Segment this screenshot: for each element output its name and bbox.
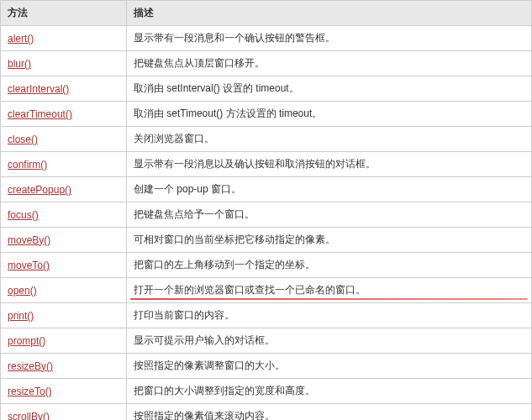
method-cell: confirm() <box>1 152 127 177</box>
method-link[interactable]: alert() <box>8 33 34 45</box>
method-link[interactable]: clearTimeout() <box>8 108 72 120</box>
table-row: confirm()显示带有一段消息以及确认按钮和取消按钮的对话框。 <box>1 152 532 177</box>
method-link[interactable]: resizeBy() <box>8 360 53 372</box>
description-cell: 显示带有一段消息以及确认按钮和取消按钮的对话框。 <box>127 152 532 177</box>
method-link[interactable]: scrollBy() <box>8 411 50 421</box>
table-row: resizeTo()把窗口的大小调整到指定的宽度和高度。 <box>1 379 532 404</box>
method-cell: alert() <box>1 26 127 51</box>
description-cell: 创建一个 pop-up 窗口。 <box>127 177 532 202</box>
method-link[interactable]: blur() <box>8 58 31 70</box>
method-link[interactable]: confirm() <box>8 159 47 171</box>
method-cell: scrollBy() <box>1 404 127 421</box>
table-row: createPopup()创建一个 pop-up 窗口。 <box>1 177 532 202</box>
description-cell: 取消由 setTimeout() 方法设置的 timeout。 <box>127 102 532 127</box>
methods-table: 方法 描述 alert()显示带有一段消息和一个确认按钮的警告框。blur()把… <box>0 0 532 420</box>
table-row: print()打印当前窗口的内容。 <box>1 303 532 328</box>
table-row: scrollBy()按照指定的像素值来滚动内容。 <box>1 404 532 421</box>
method-link[interactable]: moveBy() <box>8 234 50 246</box>
table-row: prompt()显示可提示用户输入的对话框。 <box>1 328 532 354</box>
method-cell: print() <box>1 303 127 328</box>
description-cell: 按照指定的像素调整窗口的大小。 <box>127 354 532 379</box>
table-row: clearInterval()取消由 setInterval() 设置的 tim… <box>1 76 532 102</box>
table-row: clearTimeout()取消由 setTimeout() 方法设置的 tim… <box>1 102 532 127</box>
method-link[interactable]: close() <box>8 134 38 145</box>
table-row: moveTo()把窗口的左上角移动到一个指定的坐标。 <box>1 253 532 278</box>
description-cell: 关闭浏览器窗口。 <box>127 127 532 152</box>
description-cell: 把键盘焦点从顶层窗口移开。 <box>127 51 532 76</box>
table-row: resizeBy()按照指定的像素调整窗口的大小。 <box>1 354 532 379</box>
description-cell: 显示可提示用户输入的对话框。 <box>127 328 532 354</box>
table-row: moveBy()可相对窗口的当前坐标把它移动指定的像素。 <box>1 228 532 253</box>
description-cell: 打印当前窗口的内容。 <box>127 303 532 328</box>
description-cell: 把窗口的左上角移动到一个指定的坐标。 <box>127 253 532 278</box>
method-cell: clearTimeout() <box>1 102 127 127</box>
method-link[interactable]: prompt() <box>8 335 45 347</box>
table-row: alert()显示带有一段消息和一个确认按钮的警告框。 <box>1 26 532 51</box>
method-cell: prompt() <box>1 328 127 354</box>
method-cell: moveTo() <box>1 253 127 278</box>
method-link[interactable]: print() <box>8 310 34 322</box>
method-link[interactable]: createPopup() <box>8 184 71 196</box>
description-cell: 打开一个新的浏览器窗口或查找一个已命名的窗口。 <box>127 278 532 303</box>
annotation-underline <box>130 298 528 300</box>
table-header-row: 方法 描述 <box>1 1 532 26</box>
method-cell: focus() <box>1 202 127 228</box>
description-cell: 把窗口的大小调整到指定的宽度和高度。 <box>127 379 532 404</box>
header-method: 方法 <box>1 1 127 26</box>
table-row: blur()把键盘焦点从顶层窗口移开。 <box>1 51 532 76</box>
table-row: close()关闭浏览器窗口。 <box>1 127 532 152</box>
method-link[interactable]: moveTo() <box>8 260 50 271</box>
description-cell: 把键盘焦点给予一个窗口。 <box>127 202 532 228</box>
description-cell: 按照指定的像素值来滚动内容。 <box>127 404 532 421</box>
method-cell: close() <box>1 127 127 152</box>
description-cell: 显示带有一段消息和一个确认按钮的警告框。 <box>127 26 532 51</box>
method-cell: clearInterval() <box>1 76 127 102</box>
method-cell: moveBy() <box>1 228 127 253</box>
table-row: focus()把键盘焦点给予一个窗口。 <box>1 202 532 228</box>
method-link[interactable]: open() <box>8 285 37 297</box>
method-cell: createPopup() <box>1 177 127 202</box>
method-cell: open() <box>1 278 127 303</box>
method-link[interactable]: clearInterval() <box>8 83 69 95</box>
method-cell: resizeBy() <box>1 354 127 379</box>
header-description: 描述 <box>127 1 532 26</box>
table-row: open()打开一个新的浏览器窗口或查找一个已命名的窗口。 <box>1 278 532 303</box>
method-cell: blur() <box>1 51 127 76</box>
method-cell: resizeTo() <box>1 379 127 404</box>
method-link[interactable]: resizeTo() <box>8 386 52 397</box>
method-link[interactable]: focus() <box>8 209 39 221</box>
description-cell: 取消由 setInterval() 设置的 timeout。 <box>127 76 532 102</box>
description-cell: 可相对窗口的当前坐标把它移动指定的像素。 <box>127 228 532 253</box>
